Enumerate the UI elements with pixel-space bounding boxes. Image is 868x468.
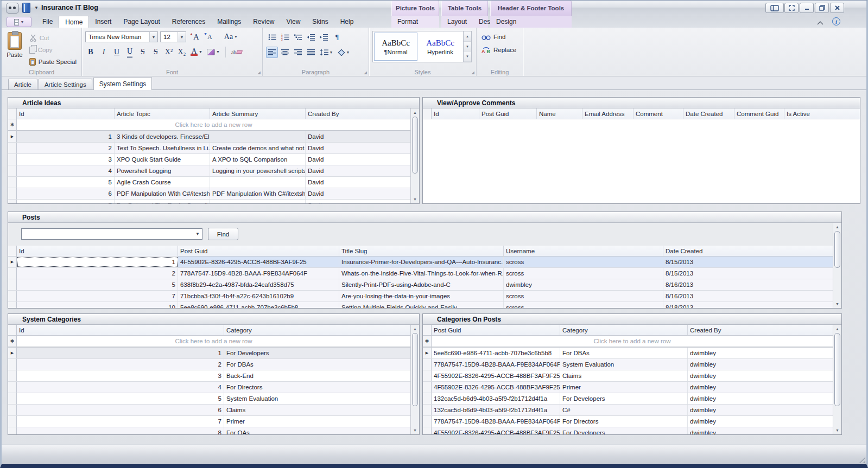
- cell-created-by[interactable]: dwimbley: [688, 405, 833, 415]
- cell-category[interactable]: For Developers: [224, 348, 410, 358]
- font-dialog-launcher[interactable]: ◢: [258, 70, 261, 75]
- cell-date-created[interactable]: 8/16/2013: [663, 291, 833, 302]
- strikethrough-button[interactable]: S: [137, 47, 148, 58]
- table-row[interactable]: 4F55902E-8326-4295-ACCB-488BF3AF9F25 Cla…: [423, 370, 833, 382]
- cell-post-guid[interactable]: 71bcbba3-f30f-4b4f-a22c-6243b16102b9: [178, 291, 339, 302]
- font-size-combo[interactable]: 12 ▼: [160, 31, 186, 42]
- ribbon-tab[interactable]: Skins: [306, 16, 334, 28]
- collapse-ribbon-chevron-icon[interactable]: [816, 18, 824, 24]
- cell-summary[interactable]: Logging in your powershell scripts: [210, 165, 306, 176]
- cell-category[interactable]: For DBAs: [224, 359, 410, 370]
- cell-id[interactable]: 2: [17, 359, 224, 370]
- column-header-title-slug[interactable]: Title Slug: [339, 246, 504, 256]
- cell-id[interactable]: 8: [17, 427, 224, 434]
- application-menu-button[interactable]: ▼: [7, 17, 31, 27]
- paste-button[interactable]: Paste: [5, 30, 24, 67]
- chevron-down-icon[interactable]: ▼: [178, 32, 186, 42]
- cell-id[interactable]: 6: [17, 188, 115, 199]
- cell-created-by[interactable]: David: [306, 143, 410, 153]
- cell-category[interactable]: System Evaluation: [560, 359, 688, 370]
- subscript-button[interactable]: X₂: [176, 47, 187, 58]
- cell-id[interactable]: 4: [17, 165, 115, 176]
- cell-summary[interactable]: A XPO to SQL Comparison: [210, 154, 306, 165]
- cell-post-guid[interactable]: 132cac5d-b6d9-4b03-a5f9-f2b1712d4f1a: [432, 405, 560, 415]
- cell-id[interactable]: 7: [17, 291, 178, 302]
- cell-post-guid[interactable]: 638f8b29-4e2a-4987-bfda-24cafd358d75: [178, 279, 339, 290]
- table-row[interactable]: 132cac5d-b6d9-4b03-a5f9-f2b1712d4f1a C# …: [423, 405, 833, 416]
- cut-button[interactable]: Cut: [28, 33, 78, 43]
- document-tab[interactable]: Article: [8, 79, 37, 89]
- ribbon-tab[interactable]: Page Layout: [117, 16, 166, 28]
- table-row[interactable]: 7 71bcbba3-f30f-4b4f-a22c-6243b16102b9 A…: [8, 291, 833, 302]
- cell-created-by[interactable]: David: [306, 177, 410, 188]
- table-row[interactable]: 778A7547-15D9-4B28-BAAA-F9E834AF064F Sys…: [423, 359, 833, 370]
- resize-grip[interactable]: [858, 456, 865, 463]
- cell-post-guid[interactable]: 4F55902E-8326-4295-ACCB-488BF3AF9F25: [432, 427, 560, 434]
- cell-category[interactable]: Back-End: [224, 370, 410, 381]
- ribbon-tab[interactable]: Mailings: [211, 16, 247, 28]
- table-row[interactable]: 10 5ee8c690-e986-4711-acbb-707be3c6b5b8 …: [8, 302, 833, 308]
- cell-created-by[interactable]: dwimbley: [688, 382, 833, 393]
- superscript-button[interactable]: X²: [163, 47, 174, 58]
- grow-font-button[interactable]: ▲A: [188, 31, 200, 43]
- app-icon[interactable]: [6, 3, 19, 14]
- table-row[interactable]: 5 638f8b29-4e2a-4987-bfda-24cafd358d75 S…: [8, 279, 833, 291]
- chevron-down-icon[interactable]: ▼: [193, 232, 202, 236]
- cell-post-guid[interactable]: 4F55902E-8326-4295-ACCB-488BF3AF9F25: [432, 370, 560, 381]
- cell-created-by[interactable]: dwimbley: [688, 359, 833, 370]
- cell-category[interactable]: For Developers: [560, 427, 688, 434]
- cell-id[interactable]: 6: [17, 405, 224, 415]
- cell-category[interactable]: C#: [560, 405, 688, 415]
- table-row[interactable]: 3 Back-End: [8, 370, 410, 382]
- cell-category[interactable]: Primer: [560, 382, 688, 393]
- fullscreen-button[interactable]: [784, 3, 799, 13]
- column-header-comment[interactable]: Comment: [633, 108, 683, 119]
- table-row[interactable]: 1 4F55902E-8326-4295-ACCB-488BF3AF9F25 I…: [8, 257, 833, 268]
- cell-created-by[interactable]: dwimbley: [688, 370, 833, 381]
- bullets-button[interactable]: [266, 31, 278, 43]
- column-header-post-guid[interactable]: Post Guid: [178, 246, 339, 256]
- info-icon[interactable]: i: [832, 17, 840, 25]
- column-header-post-guid[interactable]: Post Guid: [432, 325, 560, 335]
- underline-button[interactable]: U: [111, 47, 122, 58]
- align-left-button[interactable]: [266, 47, 278, 58]
- cell-username[interactable]: scross: [504, 268, 663, 279]
- table-row[interactable]: 778A7547-15D9-4B28-BAAA-F9E834AF064F For…: [423, 416, 833, 427]
- cell-id[interactable]: 2: [17, 143, 115, 153]
- cell-category[interactable]: Claims: [560, 370, 688, 381]
- table-row[interactable]: 4 For Directors: [8, 382, 410, 393]
- cell-date-created[interactable]: 8/16/2013: [663, 279, 833, 290]
- column-header-comment-guid[interactable]: Comment Guid: [734, 108, 784, 119]
- scroll-thumb[interactable]: [834, 231, 840, 268]
- table-row[interactable]: 5ee8c690-e986-4711-acbb-707be3c6b5b8 For…: [423, 348, 833, 359]
- column-header-category[interactable]: Category: [560, 325, 688, 335]
- ribbon-tab[interactable]: Review: [247, 16, 280, 28]
- cell-username[interactable]: scross: [504, 291, 663, 302]
- scroll-down-arrow[interactable]: ▼: [411, 426, 419, 434]
- table-row[interactable]: 4F55902E-8326-4295-ACCB-488BF3AF9F25 For…: [423, 427, 833, 434]
- double-strikethrough-button[interactable]: S: [150, 47, 161, 58]
- column-header-created-by[interactable]: Created By: [306, 108, 410, 119]
- cell-post-guid[interactable]: 778A7547-15D9-4B28-BAAA-F9E834AF064F: [178, 268, 339, 279]
- table-row[interactable]: 3 XPO Qucik Start Guide A XPO to SQL Com…: [8, 154, 410, 165]
- ribbon-tab[interactable]: Home: [59, 16, 89, 28]
- font-color-button[interactable]: A▼: [189, 47, 204, 58]
- scroll-up-arrow[interactable]: ▲: [833, 223, 841, 231]
- cell-post-guid[interactable]: 778A7547-15D9-4B28-BAAA-F9E834AF064F: [432, 359, 560, 370]
- restore-button[interactable]: [815, 3, 829, 13]
- cell-summary[interactable]: PDF Manipulation With C#/itextsh...: [210, 188, 306, 199]
- table-row[interactable]: 7 Pro Data and The Equity Cancella... Sc…: [8, 200, 410, 203]
- cell-id[interactable]: 1: [17, 348, 224, 358]
- document-tab[interactable]: System Settings: [93, 77, 153, 90]
- ribbon-tab-contextual[interactable]: Format: [391, 16, 424, 28]
- column-header-id[interactable]: Id: [17, 325, 224, 335]
- cell-topic[interactable]: PDF Manipulation With C#/itextsh...: [115, 188, 210, 199]
- table-row[interactable]: 8 For QAs: [8, 427, 410, 434]
- replace-button[interactable]: AB Replace: [480, 43, 519, 56]
- cell-post-guid[interactable]: 5ee8c690-e986-4711-acbb-707be3c6b5b8: [432, 348, 560, 358]
- system-categories-scrollbar[interactable]: ▲ ▼: [410, 325, 419, 434]
- shrink-font-button[interactable]: ▼A: [202, 31, 213, 43]
- table-row[interactable]: 2 778A7547-15D9-4B28-BAAA-F9E834AF064F W…: [8, 268, 833, 279]
- cell-category[interactable]: For Directors: [560, 416, 688, 427]
- column-header-id[interactable]: Id: [432, 108, 479, 119]
